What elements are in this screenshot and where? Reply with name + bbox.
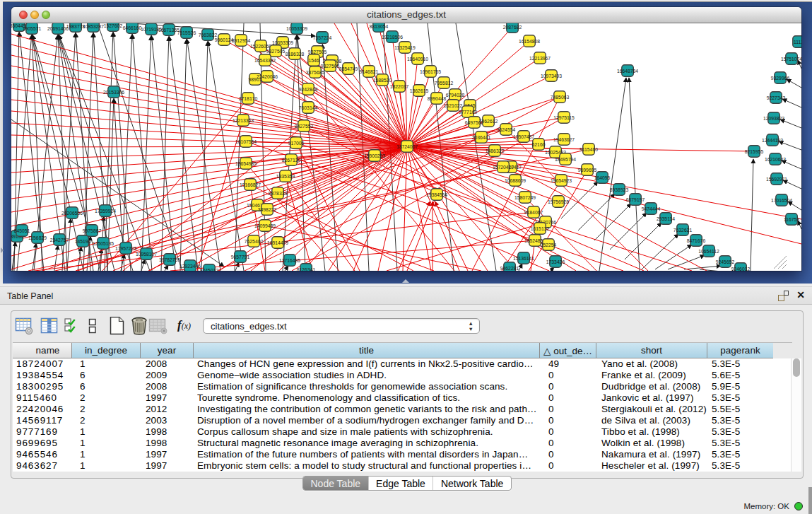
svg-text:7515526: 7515526	[177, 30, 196, 35]
svg-text:19756928: 19756928	[548, 199, 569, 204]
svg-text:1905571: 1905571	[23, 26, 42, 31]
svg-text:1546: 1546	[308, 58, 319, 63]
svg-text:1112: 1112	[794, 40, 801, 45]
svg-text:8427552: 8427552	[295, 124, 314, 129]
svg-text:11325419: 11325419	[394, 45, 416, 50]
svg-text:1588520: 1588520	[373, 78, 392, 83]
svg-text:10973493: 10973493	[541, 74, 562, 78]
svg-text:10958107: 10958107	[136, 252, 157, 257]
svg-text:15136141: 15136141	[513, 256, 534, 261]
svg-text:19654985: 19654985	[235, 161, 257, 166]
svg-text:15720417: 15720417	[493, 165, 514, 170]
svg-text:13716485: 13716485	[279, 258, 300, 263]
svg-text:15900293: 15900293	[364, 153, 385, 158]
svg-text:10053309: 10053309	[272, 40, 293, 45]
svg-text:145194: 145194	[75, 239, 91, 244]
svg-text:9246012: 9246012	[731, 267, 751, 271]
svg-text:22420046: 22420046	[257, 74, 278, 79]
svg-text:9227343: 9227343	[767, 95, 786, 100]
svg-text:252254: 252254	[541, 243, 557, 247]
svg-text:116753: 116753	[784, 217, 799, 222]
svg-text:18495794: 18495794	[555, 157, 576, 162]
svg-text:8186328: 8186328	[286, 52, 305, 57]
svg-text:15751074: 15751074	[781, 57, 801, 62]
svg-text:6466160: 6466160	[123, 25, 142, 30]
svg-text:20206556: 20206556	[61, 211, 83, 216]
svg-text:12213967: 12213967	[529, 56, 551, 61]
svg-text:8990448: 8990448	[428, 96, 447, 101]
svg-text:8854749: 8854749	[339, 66, 358, 71]
svg-text:10853287: 10853287	[83, 24, 104, 29]
svg-text:7632621: 7632621	[673, 228, 693, 233]
svg-text:12975115: 12975115	[553, 115, 575, 120]
svg-text:1733426: 1733426	[546, 259, 565, 264]
svg-text:9242848: 9242848	[299, 87, 318, 92]
svg-text:16961755: 16961755	[420, 69, 441, 74]
svg-text:12444193: 12444193	[762, 138, 783, 143]
svg-text:7955812: 7955812	[435, 81, 454, 86]
svg-text:1527602: 1527602	[104, 23, 123, 28]
svg-text:9960124: 9960124	[215, 37, 234, 42]
svg-text:9657791: 9657791	[231, 255, 250, 259]
svg-text:845051: 845051	[14, 228, 30, 233]
svg-text:12923446: 12923446	[180, 264, 201, 269]
svg-text:917006: 917006	[288, 141, 305, 146]
svg-text:9327505: 9327505	[266, 49, 286, 54]
svg-text:12505135: 12505135	[93, 241, 114, 246]
svg-text:10507487: 10507487	[513, 134, 534, 139]
svg-text:8938923: 8938923	[610, 187, 629, 192]
svg-text:1822037: 1822037	[390, 84, 409, 89]
svg-text:9474444: 9474444	[642, 206, 661, 211]
svg-text:8912954: 8912954	[232, 38, 251, 43]
svg-text:19166827: 19166827	[240, 182, 261, 187]
svg-text:1615132: 1615132	[531, 226, 550, 231]
svg-text:17957223: 17957223	[115, 246, 136, 251]
svg-text:16543382: 16543382	[254, 58, 276, 63]
svg-text:8471676: 8471676	[687, 238, 706, 243]
svg-text:8813054: 8813054	[370, 24, 389, 29]
svg-text:2036441: 2036441	[472, 135, 491, 140]
svg-text:7485063: 7485063	[551, 95, 570, 100]
svg-text:19463627: 19463627	[553, 137, 575, 142]
svg-text:62160: 62160	[532, 142, 546, 147]
svg-text:16782759: 16782759	[159, 257, 180, 262]
svg-text:16914479: 16914479	[267, 240, 288, 245]
svg-text:10053309: 10053309	[286, 26, 307, 31]
svg-text:19384554: 19384554	[426, 192, 447, 197]
svg-text:7663822: 7663822	[199, 33, 218, 37]
svg-text:2718170: 2718170	[239, 96, 258, 101]
svg-text:2342757: 2342757	[50, 238, 69, 243]
svg-text:164095: 164095	[594, 175, 611, 180]
svg-text:1362615: 1362615	[410, 88, 429, 93]
svg-text:8267130: 8267130	[282, 158, 301, 163]
svg-text:14099489: 14099489	[254, 223, 276, 228]
svg-text:9329966: 9329966	[771, 76, 790, 81]
svg-text:7603144: 7603144	[299, 105, 318, 110]
svg-text:19218506: 19218506	[382, 35, 403, 40]
svg-text:15807249: 15807249	[514, 195, 536, 200]
svg-text:9327505: 9327505	[308, 49, 327, 54]
svg-text:16154808: 16154808	[519, 39, 540, 44]
svg-text:9327505: 9327505	[321, 64, 340, 69]
svg-text:6794028: 6794028	[446, 93, 465, 98]
svg-text:3498222: 3498222	[258, 207, 277, 212]
svg-text:9975867: 9975867	[83, 228, 102, 233]
svg-text:12213363: 12213363	[233, 118, 254, 123]
svg-text:10654112: 10654112	[698, 249, 719, 254]
svg-text:15226058: 15226058	[250, 44, 271, 49]
svg-text:6879197: 6879197	[626, 197, 645, 202]
svg-text:19654923: 19654923	[551, 178, 572, 183]
svg-text:18724007: 18724007	[396, 144, 418, 149]
svg-text:9146821: 9146821	[360, 69, 379, 74]
svg-text:16210643: 16210643	[765, 157, 786, 162]
svg-text:9699695: 9699695	[578, 168, 597, 173]
svg-text:7462612: 7462612	[479, 119, 498, 124]
svg-text:16648784: 16648784	[617, 69, 638, 74]
svg-text:17016504: 17016504	[771, 198, 792, 203]
svg-text:9777169: 9777169	[459, 110, 478, 115]
svg-text:16671355: 16671355	[158, 28, 180, 33]
svg-text:17359924: 17359924	[95, 209, 116, 214]
svg-text:15692971: 15692971	[766, 177, 787, 182]
svg-text:10688609: 10688609	[505, 178, 526, 183]
svg-text:12093823: 12093823	[763, 116, 784, 121]
